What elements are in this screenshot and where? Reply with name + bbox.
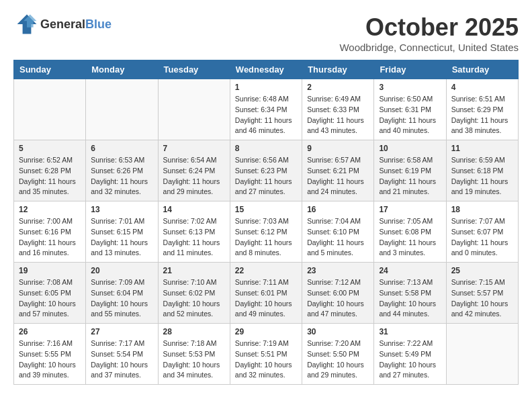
day-info: Sunrise: 7:04 AMSunset: 6:10 PMDaylight:… <box>307 216 369 259</box>
day-info: Sunrise: 6:53 AMSunset: 6:26 PMDaylight:… <box>91 155 152 197</box>
calendar-cell: 24Sunrise: 7:13 AMSunset: 5:58 PMDayligh… <box>374 263 446 324</box>
day-number: 31 <box>379 327 441 336</box>
day-info: Sunrise: 7:00 AMSunset: 6:16 PMDaylight:… <box>19 216 81 259</box>
calendar-cell: 21Sunrise: 7:10 AMSunset: 6:02 PMDayligh… <box>158 263 230 324</box>
calendar-cell: 15Sunrise: 7:03 AMSunset: 6:12 PMDayligh… <box>230 201 302 263</box>
calendar-cell: 13Sunrise: 7:01 AMSunset: 6:15 PMDayligh… <box>86 201 158 263</box>
month-title: October 2025 <box>339 13 519 42</box>
weekday-header-thursday: Thursday <box>302 60 374 79</box>
day-info: Sunrise: 7:17 AMSunset: 5:54 PMDaylight:… <box>91 338 152 381</box>
calendar-cell: 3Sunrise: 6:50 AMSunset: 6:31 PMDaylight… <box>374 79 446 140</box>
day-number: 11 <box>451 144 513 153</box>
calendar-cell: 4Sunrise: 6:51 AMSunset: 6:29 PMDaylight… <box>446 79 518 140</box>
day-info: Sunrise: 7:01 AMSunset: 6:15 PMDaylight:… <box>91 216 152 259</box>
weekday-header-friday: Friday <box>374 60 446 79</box>
day-info: Sunrise: 7:20 AMSunset: 5:50 PMDaylight:… <box>307 338 369 381</box>
weekday-header-row: SundayMondayTuesdayWednesdayThursdayFrid… <box>14 60 519 79</box>
day-info: Sunrise: 7:05 AMSunset: 6:08 PMDaylight:… <box>379 216 441 259</box>
day-info: Sunrise: 6:54 AMSunset: 6:24 PMDaylight:… <box>163 155 225 197</box>
weekday-header-saturday: Saturday <box>446 60 518 79</box>
calendar-cell: 5Sunrise: 6:52 AMSunset: 6:28 PMDaylight… <box>14 140 86 201</box>
calendar-week-row: 12Sunrise: 7:00 AMSunset: 6:16 PMDayligh… <box>14 201 519 263</box>
day-number: 30 <box>307 327 369 336</box>
day-number: 15 <box>235 205 297 214</box>
calendar-cell: 8Sunrise: 6:56 AMSunset: 6:23 PMDaylight… <box>230 140 302 201</box>
day-number: 21 <box>163 266 225 275</box>
calendar-cell: 12Sunrise: 7:00 AMSunset: 6:16 PMDayligh… <box>14 201 86 263</box>
day-number: 29 <box>235 327 297 336</box>
day-info: Sunrise: 6:51 AMSunset: 6:29 PMDaylight:… <box>451 94 513 136</box>
calendar-week-row: 26Sunrise: 7:16 AMSunset: 5:55 PMDayligh… <box>14 324 519 385</box>
calendar-week-row: 5Sunrise: 6:52 AMSunset: 6:28 PMDaylight… <box>14 140 519 201</box>
title-block: October 2025 Woodbridge, Connecticut, Un… <box>339 13 519 53</box>
day-number: 12 <box>19 205 81 214</box>
calendar-cell: 10Sunrise: 6:58 AMSunset: 6:19 PMDayligh… <box>374 140 446 201</box>
calendar-cell <box>158 79 230 140</box>
day-number: 19 <box>19 266 81 275</box>
calendar-cell: 28Sunrise: 7:18 AMSunset: 5:53 PMDayligh… <box>158 324 230 385</box>
calendar-cell: 9Sunrise: 6:57 AMSunset: 6:21 PMDaylight… <box>302 140 374 201</box>
day-number: 23 <box>307 266 369 275</box>
calendar-cell: 27Sunrise: 7:17 AMSunset: 5:54 PMDayligh… <box>86 324 158 385</box>
calendar-cell: 16Sunrise: 7:04 AMSunset: 6:10 PMDayligh… <box>302 201 374 263</box>
weekday-header-tuesday: Tuesday <box>158 60 230 79</box>
day-number: 27 <box>91 327 152 336</box>
calendar-cell: 11Sunrise: 6:59 AMSunset: 6:18 PMDayligh… <box>446 140 518 201</box>
day-info: Sunrise: 7:13 AMSunset: 5:58 PMDaylight:… <box>379 277 441 320</box>
calendar-cell: 20Sunrise: 7:09 AMSunset: 6:04 PMDayligh… <box>86 263 158 324</box>
calendar-cell: 22Sunrise: 7:11 AMSunset: 6:01 PMDayligh… <box>230 263 302 324</box>
day-info: Sunrise: 7:09 AMSunset: 6:04 PMDaylight:… <box>91 277 152 320</box>
calendar-cell: 30Sunrise: 7:20 AMSunset: 5:50 PMDayligh… <box>302 324 374 385</box>
calendar-cell: 23Sunrise: 7:12 AMSunset: 6:00 PMDayligh… <box>302 263 374 324</box>
day-info: Sunrise: 6:58 AMSunset: 6:19 PMDaylight:… <box>379 155 441 197</box>
calendar-cell <box>446 324 518 385</box>
day-info: Sunrise: 7:08 AMSunset: 6:05 PMDaylight:… <box>19 277 81 320</box>
day-info: Sunrise: 7:15 AMSunset: 5:57 PMDaylight:… <box>451 277 513 320</box>
day-info: Sunrise: 6:48 AMSunset: 6:34 PMDaylight:… <box>235 94 297 136</box>
day-info: Sunrise: 7:12 AMSunset: 6:00 PMDaylight:… <box>307 277 369 320</box>
day-number: 25 <box>451 266 513 275</box>
day-number: 16 <box>307 205 369 214</box>
day-number: 17 <box>379 205 441 214</box>
calendar-cell: 29Sunrise: 7:19 AMSunset: 5:51 PMDayligh… <box>230 324 302 385</box>
logo-general: GeneralBlue <box>40 17 112 32</box>
calendar-week-row: 1Sunrise: 6:48 AMSunset: 6:34 PMDaylight… <box>14 79 519 140</box>
day-info: Sunrise: 6:56 AMSunset: 6:23 PMDaylight:… <box>235 155 297 197</box>
day-number: 1 <box>235 83 297 92</box>
day-number: 8 <box>235 144 297 153</box>
day-number: 18 <box>451 205 513 214</box>
day-info: Sunrise: 7:16 AMSunset: 5:55 PMDaylight:… <box>19 338 81 381</box>
location-title: Woodbridge, Connecticut, United States <box>339 42 519 53</box>
logo-icon <box>16 13 38 35</box>
day-number: 14 <box>163 205 225 214</box>
day-info: Sunrise: 6:49 AMSunset: 6:33 PMDaylight:… <box>307 94 369 136</box>
day-info: Sunrise: 6:52 AMSunset: 6:28 PMDaylight:… <box>19 155 81 197</box>
day-number: 9 <box>307 144 369 153</box>
calendar-table: SundayMondayTuesdayWednesdayThursdayFrid… <box>13 60 519 385</box>
logo: GeneralBlue <box>13 13 112 35</box>
calendar-week-row: 19Sunrise: 7:08 AMSunset: 6:05 PMDayligh… <box>14 263 519 324</box>
day-info: Sunrise: 7:03 AMSunset: 6:12 PMDaylight:… <box>235 216 297 259</box>
day-info: Sunrise: 7:02 AMSunset: 6:13 PMDaylight:… <box>163 216 225 259</box>
day-number: 20 <box>91 266 152 275</box>
calendar-cell: 18Sunrise: 7:07 AMSunset: 6:07 PMDayligh… <box>446 201 518 263</box>
calendar-cell: 25Sunrise: 7:15 AMSunset: 5:57 PMDayligh… <box>446 263 518 324</box>
calendar-cell: 6Sunrise: 6:53 AMSunset: 6:26 PMDaylight… <box>86 140 158 201</box>
calendar-cell: 17Sunrise: 7:05 AMSunset: 6:08 PMDayligh… <box>374 201 446 263</box>
calendar-cell <box>86 79 158 140</box>
calendar-cell: 31Sunrise: 7:22 AMSunset: 5:49 PMDayligh… <box>374 324 446 385</box>
day-number: 22 <box>235 266 297 275</box>
calendar-cell: 14Sunrise: 7:02 AMSunset: 6:13 PMDayligh… <box>158 201 230 263</box>
calendar-cell: 7Sunrise: 6:54 AMSunset: 6:24 PMDaylight… <box>158 140 230 201</box>
day-number: 26 <box>19 327 81 336</box>
day-number: 6 <box>91 144 152 153</box>
day-info: Sunrise: 7:18 AMSunset: 5:53 PMDaylight:… <box>163 338 225 381</box>
day-number: 4 <box>451 83 513 92</box>
day-number: 5 <box>19 144 81 153</box>
day-number: 3 <box>379 83 441 92</box>
day-number: 2 <box>307 83 369 92</box>
day-number: 24 <box>379 266 441 275</box>
day-info: Sunrise: 7:10 AMSunset: 6:02 PMDaylight:… <box>163 277 225 320</box>
day-number: 13 <box>91 205 152 214</box>
weekday-header-wednesday: Wednesday <box>230 60 302 79</box>
